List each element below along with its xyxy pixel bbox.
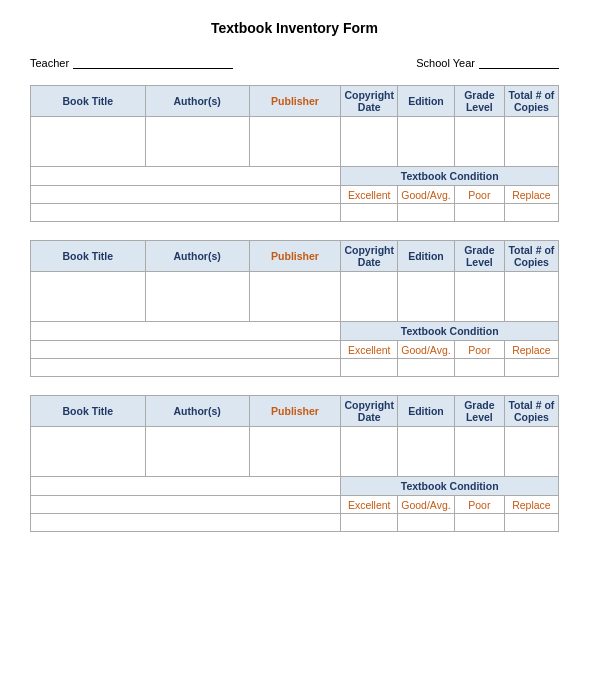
col-publisher-2: Publisher	[249, 241, 341, 272]
col-grade-2: Grade Level	[454, 241, 504, 272]
page-title: Textbook Inventory Form	[30, 20, 559, 36]
data-copies-2[interactable]	[504, 272, 558, 322]
cond-replace-1: Replace	[504, 186, 558, 204]
col-edition: Edition	[398, 86, 455, 117]
data-book-title-2[interactable]	[31, 272, 146, 322]
cond-good-3: Good/Avg.	[398, 496, 455, 514]
teacher-label: Teacher	[30, 57, 69, 69]
cond-val-replace-3[interactable]	[504, 514, 558, 532]
inventory-table-2: Book Title Author(s) Publisher Copyright…	[30, 240, 559, 377]
data-book-title-3[interactable]	[31, 427, 146, 477]
data-author-1[interactable]	[145, 117, 249, 167]
condition-left-3	[31, 496, 341, 514]
condition-spacer-1	[31, 167, 341, 186]
data-publisher-2[interactable]	[249, 272, 341, 322]
condition-spacer-2	[31, 322, 341, 341]
condition-spacer-3	[31, 477, 341, 496]
col-grade: Grade Level	[454, 86, 504, 117]
cond-val-replace-2[interactable]	[504, 359, 558, 377]
cond-val-good-1[interactable]	[398, 204, 455, 222]
cond-data-left-2[interactable]	[31, 359, 341, 377]
cond-good-2: Good/Avg.	[398, 341, 455, 359]
cond-val-good-2[interactable]	[398, 359, 455, 377]
cond-val-exc-2[interactable]	[341, 359, 398, 377]
col-authors-2: Author(s)	[145, 241, 249, 272]
teacher-field: Teacher	[30, 56, 233, 69]
col-publisher: Publisher	[249, 86, 341, 117]
form-header: Teacher School Year	[30, 56, 559, 69]
cond-data-left-3[interactable]	[31, 514, 341, 532]
data-book-title-1[interactable]	[31, 117, 146, 167]
cond-replace-3: Replace	[504, 496, 558, 514]
cond-val-exc-1[interactable]	[341, 204, 398, 222]
col-book-title-2: Book Title	[31, 241, 146, 272]
cond-excellent-1: Excellent	[341, 186, 398, 204]
cond-val-poor-2[interactable]	[454, 359, 504, 377]
condition-title-1: Textbook Condition	[341, 167, 559, 186]
col-copies: Total # of Copies	[504, 86, 558, 117]
data-edition-2[interactable]	[398, 272, 455, 322]
col-edition-2: Edition	[398, 241, 455, 272]
col-edition-3: Edition	[398, 396, 455, 427]
data-copies-1[interactable]	[504, 117, 558, 167]
cond-excellent-3: Excellent	[341, 496, 398, 514]
teacher-underline	[73, 56, 233, 69]
col-copyright-2: Copyright Date	[341, 241, 398, 272]
data-edition-3[interactable]	[398, 427, 455, 477]
cond-data-left-1[interactable]	[31, 204, 341, 222]
cond-poor-2: Poor	[454, 341, 504, 359]
condition-left-1	[31, 186, 341, 204]
cond-excellent-2: Excellent	[341, 341, 398, 359]
data-copyright-2[interactable]	[341, 272, 398, 322]
col-copies-3: Total # of Copies	[504, 396, 558, 427]
data-grade-1[interactable]	[454, 117, 504, 167]
cond-val-replace-1[interactable]	[504, 204, 558, 222]
data-grade-3[interactable]	[454, 427, 504, 477]
school-year-field: School Year	[416, 56, 559, 69]
cond-poor-1: Poor	[454, 186, 504, 204]
cond-val-good-3[interactable]	[398, 514, 455, 532]
col-grade-3: Grade Level	[454, 396, 504, 427]
school-year-underline	[479, 56, 559, 69]
data-author-3[interactable]	[145, 427, 249, 477]
cond-replace-2: Replace	[504, 341, 558, 359]
condition-title-3: Textbook Condition	[341, 477, 559, 496]
data-copyright-3[interactable]	[341, 427, 398, 477]
col-publisher-3: Publisher	[249, 396, 341, 427]
col-authors-3: Author(s)	[145, 396, 249, 427]
school-year-label: School Year	[416, 57, 475, 69]
cond-val-poor-3[interactable]	[454, 514, 504, 532]
data-copyright-1[interactable]	[341, 117, 398, 167]
col-authors: Author(s)	[145, 86, 249, 117]
inventory-table-1: Book Title Author(s) Publisher Copyright…	[30, 85, 559, 222]
cond-val-exc-3[interactable]	[341, 514, 398, 532]
col-book-title: Book Title	[31, 86, 146, 117]
data-grade-2[interactable]	[454, 272, 504, 322]
col-copyright: Copyright Date	[341, 86, 398, 117]
data-publisher-1[interactable]	[249, 117, 341, 167]
data-publisher-3[interactable]	[249, 427, 341, 477]
condition-title-2: Textbook Condition	[341, 322, 559, 341]
condition-left-2	[31, 341, 341, 359]
inventory-table-3: Book Title Author(s) Publisher Copyright…	[30, 395, 559, 532]
data-edition-1[interactable]	[398, 117, 455, 167]
cond-poor-3: Poor	[454, 496, 504, 514]
data-copies-3[interactable]	[504, 427, 558, 477]
cond-val-poor-1[interactable]	[454, 204, 504, 222]
col-copies-2: Total # of Copies	[504, 241, 558, 272]
col-copyright-3: Copyright Date	[341, 396, 398, 427]
data-author-2[interactable]	[145, 272, 249, 322]
cond-good-1: Good/Avg.	[398, 186, 455, 204]
col-book-title-3: Book Title	[31, 396, 146, 427]
